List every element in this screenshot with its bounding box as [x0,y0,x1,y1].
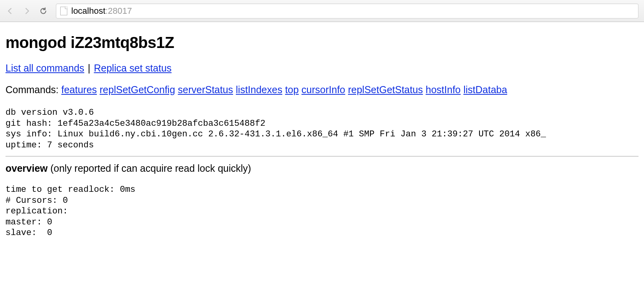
db-version-line: db version v3.0.6 [6,108,94,118]
commands-line: Commands: features replSetGetConfig serv… [6,84,638,96]
replication-line: replication: [6,206,73,216]
master-line: master: 0 [6,217,52,227]
cmd-replsetgetconfig-link[interactable]: replSetGetConfig [100,84,175,95]
browser-toolbar: localhost:28017 [0,0,644,22]
replica-set-status-link[interactable]: Replica set status [94,62,171,74]
commands-prefix: Commands: [6,84,61,95]
divider [6,156,638,156]
top-links: List all commands | Replica set status [6,62,638,74]
link-separator: | [85,62,93,74]
reload-button[interactable] [39,6,48,16]
cmd-cursorinfo-link[interactable]: cursorInfo [302,84,345,95]
cmd-serverstatus-link[interactable]: serverStatus [178,84,233,95]
cmd-hostinfo-link[interactable]: hostInfo [426,84,461,95]
overview-heading-rest: (only reported if can acquire read lock … [48,163,251,174]
readlock-line: time to get readlock: 0ms [6,185,135,195]
overview-block: time to get readlock: 0ms # Cursors: 0 r… [6,184,638,239]
cmd-features-link[interactable]: features [61,84,97,95]
git-hash-line: git hash: 1ef45a23a4c5e3480ac919b28afcba… [6,119,265,129]
url-port: :28017 [105,6,132,16]
cmd-top-link[interactable]: top [285,84,299,95]
overview-heading: overview (only reported if can acquire r… [6,163,638,174]
page-title: mongod iZ23mtq8bs1Z [6,34,638,51]
sys-info-line: sys info: Linux build6.ny.cbi.10gen.cc 2… [6,129,546,139]
cursors-line: # Cursors: 0 [6,196,68,206]
forward-button[interactable] [22,6,31,16]
arrow-right-icon [22,7,31,15]
overview-heading-bold: overview [6,163,48,174]
nav-buttons [6,6,48,16]
list-all-commands-link[interactable]: List all commands [6,62,84,74]
slave-line: slave: 0 [6,228,52,238]
url-host: localhost [71,6,105,16]
cmd-listdatabases-link[interactable]: listDataba [463,84,507,95]
arrow-left-icon [6,7,15,15]
server-info-block: db version v3.0.6 git hash: 1ef45a23a4c5… [6,107,638,151]
back-button[interactable] [6,6,15,16]
uptime-line: uptime: 7 seconds [6,140,94,150]
cmd-replsetgetstatus-link[interactable]: replSetGetStatus [348,84,423,95]
reload-icon [39,7,48,15]
page-content: mongod iZ23mtq8bs1Z List all commands | … [0,22,644,250]
address-bar[interactable]: localhost:28017 [56,4,638,18]
cmd-listindexes-link[interactable]: listIndexes [236,84,282,95]
page-icon [60,7,67,15]
url-text: localhost:28017 [71,6,132,16]
